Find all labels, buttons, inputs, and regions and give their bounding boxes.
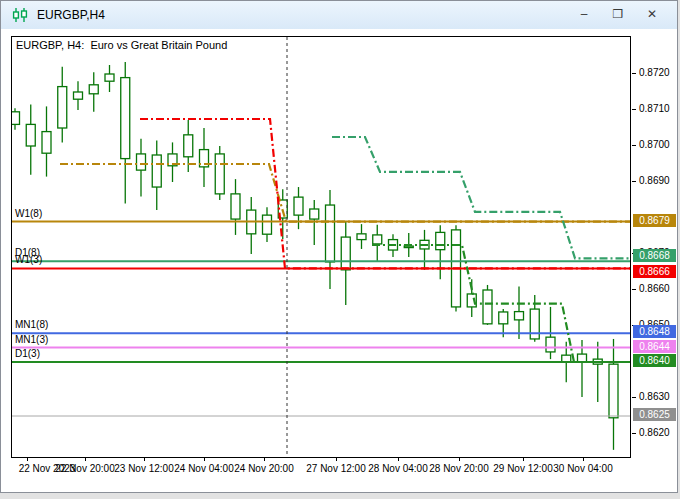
chart-area: EURGBP, H4: Euro vs Great Britain Pound …	[1, 29, 677, 492]
candle-body	[499, 312, 508, 324]
time-tick-mark	[336, 458, 337, 461]
candle-body	[373, 235, 382, 244]
level-label-w13: W1(3)	[15, 254, 42, 266]
candle-body	[294, 197, 303, 215]
candle-body	[530, 309, 539, 339]
minimize-button[interactable]: –	[575, 7, 593, 23]
price-badge-d18: 0.8668	[633, 249, 676, 262]
current-price-badge: 0.8625	[633, 408, 676, 421]
candle-body	[483, 290, 492, 324]
candle-body	[515, 312, 524, 320]
candlestick-chart-icon	[11, 7, 29, 23]
step-line-forestgreen[interactable]	[372, 245, 602, 362]
price-tick-mark	[632, 73, 636, 74]
price-tick-label: 0.8620	[639, 427, 670, 439]
price-tick-label: 0.8690	[639, 175, 670, 187]
candle-body	[105, 74, 114, 81]
chart-plot-box[interactable]: EURGBP, H4: Euro vs Great Britain Pound …	[11, 36, 631, 458]
candle-body	[74, 92, 83, 99]
candle-body	[404, 246, 413, 248]
candle-body	[341, 237, 350, 270]
candle-body	[310, 209, 319, 219]
candle-body	[357, 234, 366, 240]
candle-body	[42, 132, 51, 154]
time-tick-mark	[523, 458, 524, 461]
level-label-w18: W1(8)	[15, 208, 42, 220]
time-tick-label: 30 Nov 04:00	[541, 463, 625, 474]
candle-body	[562, 355, 571, 362]
price-tick-mark	[632, 397, 636, 398]
price-tick-mark	[632, 433, 636, 434]
price-tick-mark	[632, 289, 636, 290]
time-tick-mark	[144, 458, 145, 461]
candle-body	[231, 194, 240, 219]
window-titlebar[interactable]: EURGBP,H4 – ❒ ✕	[1, 1, 677, 30]
maximize-button[interactable]: ❒	[609, 7, 627, 23]
candle-body	[152, 155, 161, 187]
time-axis[interactable]: 22 Nov 202322 Nov 20:0023 Nov 12:0024 No…	[11, 458, 673, 480]
candle-body	[578, 354, 587, 362]
price-axis[interactable]: 0.87200.87100.87000.86900.86700.86600.86…	[632, 36, 680, 457]
chart-window: EURGBP,H4 – ❒ ✕ EURGBP, H4: Euro vs Grea…	[0, 0, 678, 493]
level-label-mn13: MN1(3)	[15, 334, 48, 346]
candle-body	[215, 154, 224, 194]
time-tick-mark	[459, 458, 460, 461]
candle-body	[609, 364, 618, 418]
window-title: EURGBP,H4	[37, 8, 105, 22]
candle-body	[263, 215, 272, 234]
level-label-mn18: MN1(8)	[15, 319, 48, 331]
time-tick-mark	[85, 458, 86, 461]
candle-body	[121, 78, 130, 159]
price-tick-label: 0.8700	[639, 139, 670, 151]
close-button[interactable]: ✕	[643, 7, 661, 23]
price-tick-label: 0.8630	[639, 391, 670, 403]
price-badge-d13: 0.8640	[633, 354, 676, 367]
price-badge-mn13: 0.8644	[633, 340, 676, 353]
price-tick-label: 0.8660	[639, 283, 670, 295]
price-tick-label: 0.8710	[639, 103, 670, 115]
time-tick-mark	[398, 458, 399, 461]
candle-body	[184, 135, 193, 157]
price-chart-canvas[interactable]	[12, 37, 630, 457]
candle-body	[58, 87, 67, 128]
candle-body	[89, 85, 98, 94]
price-tick-mark	[632, 145, 636, 146]
chart-symbol-header: EURGBP, H4: Euro vs Great Britain Pound	[16, 39, 227, 51]
time-tick-mark	[583, 458, 584, 461]
time-tick-mark	[204, 458, 205, 461]
price-badge-mn18: 0.8648	[633, 325, 676, 338]
price-tick-mark	[632, 109, 636, 110]
price-badge-w18: 0.8679	[633, 214, 676, 227]
candle-body	[546, 337, 555, 352]
time-tick-mark	[264, 458, 265, 461]
candle-body	[436, 232, 445, 249]
candle-body	[12, 112, 20, 125]
level-label-d13: D1(3)	[15, 348, 40, 360]
price-badge-w13: 0.8666	[633, 265, 676, 278]
candle-body	[326, 205, 335, 262]
candle-body	[26, 124, 35, 146]
price-tick-mark	[632, 181, 636, 182]
price-tick-label: 0.8720	[639, 67, 670, 79]
candle-body	[137, 154, 146, 170]
time-tick-mark	[27, 458, 28, 461]
